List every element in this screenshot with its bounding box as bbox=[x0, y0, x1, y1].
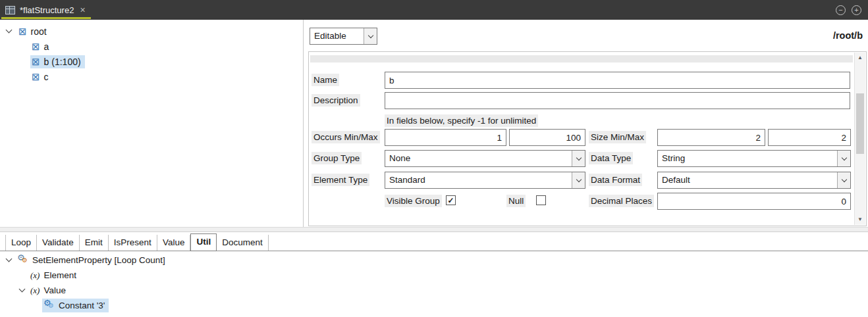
group-type-label: Group Type bbox=[312, 152, 362, 164]
chevron-down-icon[interactable] bbox=[6, 256, 13, 262]
chevron-down-icon[interactable] bbox=[6, 27, 13, 34]
tree-item-label: Element bbox=[43, 270, 76, 280]
tab-util[interactable]: Util bbox=[190, 233, 217, 252]
structure-tree-panel: ⊠ root ⊠ a ⊠ b (1:100) ⊠ c bbox=[0, 20, 304, 227]
tree-item-b[interactable]: ⊠ b (1:100) bbox=[0, 54, 303, 69]
size-minmax-label: Size Min/Max bbox=[589, 131, 646, 143]
titlebar: *flatStructure2 × − + bbox=[0, 0, 868, 20]
tree-item-label: root bbox=[31, 26, 47, 37]
tab-label: *flatStructure2 bbox=[20, 5, 74, 15]
element-icon: ⊠ bbox=[18, 26, 27, 36]
description-input[interactable] bbox=[385, 92, 850, 109]
bottom-tab-bar: Loop Validate Emit IsPresent Value Util … bbox=[0, 232, 868, 251]
bottom-panel: Loop Validate Emit IsPresent Value Util … bbox=[0, 232, 868, 317]
name-label: Name bbox=[312, 74, 339, 86]
tab-loop[interactable]: Loop bbox=[5, 235, 37, 251]
horizontal-splitter[interactable] bbox=[0, 227, 868, 232]
visible-group-checkbox[interactable]: ✓ bbox=[446, 195, 456, 205]
decimal-places-input[interactable] bbox=[657, 193, 851, 210]
tree-item-label: b (1:100) bbox=[44, 57, 81, 67]
gear-icon: ⚙ bbox=[22, 257, 28, 264]
properties-panel: Editable /root/b Name Description In fie… bbox=[304, 20, 868, 227]
collapsed-section-bar bbox=[310, 55, 853, 62]
tree-item-content[interactable]: ⊠ root bbox=[17, 25, 51, 38]
tree-item-root[interactable]: ⊠ root bbox=[0, 24, 303, 39]
tree-item-label: a bbox=[44, 41, 49, 52]
mode-select[interactable]: Editable bbox=[310, 28, 377, 45]
app-window: *flatStructure2 × − + ⊠ root ⊠ a bbox=[0, 0, 868, 317]
dropdown-arrow-button[interactable] bbox=[572, 172, 585, 188]
scrollbar-thumb[interactable] bbox=[856, 93, 864, 154]
size-max-input[interactable] bbox=[768, 129, 851, 146]
gear-icon: ⚙ bbox=[48, 303, 54, 309]
expression-icon: (x) bbox=[30, 270, 40, 281]
scroll-up-icon[interactable]: ▲ bbox=[855, 53, 865, 63]
element-icon: ⊠ bbox=[32, 57, 40, 66]
data-type-select[interactable]: String bbox=[657, 150, 851, 167]
null-label: Null bbox=[506, 195, 526, 207]
null-checkbox[interactable] bbox=[536, 195, 546, 205]
vertical-scrollbar[interactable]: ▲ ▼ bbox=[854, 53, 865, 225]
scroll-down-icon[interactable]: ▼ bbox=[855, 214, 865, 225]
active-tab-underline bbox=[1, 17, 91, 19]
view-controls: − + bbox=[836, 5, 868, 15]
group-type-value: None bbox=[385, 151, 572, 166]
element-type-select[interactable]: Standard bbox=[385, 172, 585, 189]
tree-item-a[interactable]: ⊠ a bbox=[0, 39, 303, 54]
check-icon: ✓ bbox=[447, 197, 454, 205]
dropdown-arrow-button[interactable] bbox=[572, 151, 585, 166]
close-tab-icon[interactable]: × bbox=[80, 5, 85, 14]
tab-emit[interactable]: Emit bbox=[80, 235, 109, 251]
size-min-input[interactable] bbox=[657, 129, 765, 146]
tree-item-c[interactable]: ⊠ c bbox=[0, 69, 303, 84]
tree-item-element[interactable]: (x) Element bbox=[0, 268, 868, 283]
tab-value[interactable]: Value bbox=[157, 235, 191, 251]
data-format-label: Data Format bbox=[589, 174, 642, 186]
data-format-select[interactable]: Default bbox=[657, 172, 851, 189]
minimize-view-icon[interactable]: − bbox=[836, 5, 846, 15]
main-area: ⊠ root ⊠ a ⊠ b (1:100) ⊠ c bbox=[0, 20, 868, 227]
chevron-down-icon bbox=[367, 32, 373, 37]
expression-icon: (x) bbox=[30, 285, 40, 296]
tree-item-content[interactable]: ⊠ c bbox=[30, 70, 53, 84]
util-tree: ⚙ ⚙ SetElementProperty [Loop Count] (x) … bbox=[0, 251, 868, 313]
data-type-value: String bbox=[658, 151, 837, 166]
tab-document[interactable]: Document bbox=[217, 235, 269, 251]
properties-form: Name Description In fields below, specif… bbox=[308, 51, 867, 226]
group-type-select[interactable]: None bbox=[385, 150, 585, 167]
tree-item-value[interactable]: (x) Value bbox=[0, 283, 868, 298]
tree-item-content[interactable]: ⊠ a bbox=[30, 40, 53, 53]
tree-item-content-selected[interactable]: ⚙ ⚙ Constant '3' bbox=[42, 299, 109, 312]
mode-select-value: Editable bbox=[310, 28, 364, 44]
tree-item-setelementproperty[interactable]: ⚙ ⚙ SetElementProperty [Loop Count] bbox=[0, 253, 868, 268]
tree-item-label: Value bbox=[43, 285, 66, 295]
element-icon: ⊠ bbox=[32, 41, 40, 51]
function-gears-icon: ⚙ ⚙ bbox=[17, 255, 29, 266]
dropdown-arrow-button[interactable] bbox=[837, 151, 850, 166]
unlimited-info-text: In fields below, specify -1 for unlimite… bbox=[385, 114, 538, 127]
chevron-down-icon bbox=[576, 176, 581, 182]
decimal-places-label: Decimal Places bbox=[589, 195, 654, 207]
editor-tab[interactable]: *flatStructure2 × bbox=[0, 0, 94, 20]
tree-item-label: c bbox=[44, 72, 49, 82]
dropdown-arrow-button[interactable] bbox=[364, 28, 377, 44]
occurs-max-input[interactable] bbox=[509, 129, 585, 146]
maximize-view-icon[interactable]: + bbox=[852, 5, 861, 15]
occurs-min-input[interactable] bbox=[385, 129, 506, 146]
tab-validate[interactable]: Validate bbox=[37, 235, 80, 251]
description-label: Description bbox=[312, 94, 360, 107]
chevron-down-icon bbox=[841, 155, 846, 160]
tree-item-content-selected[interactable]: ⊠ b (1:100) bbox=[30, 55, 85, 68]
tree-item-constant[interactable]: ⚙ ⚙ Constant '3' bbox=[0, 298, 868, 313]
occurs-minmax-label: Occurs Min/Max bbox=[312, 131, 380, 143]
name-input[interactable] bbox=[385, 72, 850, 89]
tab-ispresent[interactable]: IsPresent bbox=[109, 235, 157, 251]
element-type-label: Element Type bbox=[312, 174, 369, 186]
dropdown-arrow-button[interactable] bbox=[837, 172, 850, 188]
chevron-down-icon bbox=[576, 155, 581, 160]
data-format-value: Default bbox=[658, 172, 837, 188]
element-type-value: Standard bbox=[385, 172, 572, 188]
chevron-down-icon bbox=[841, 176, 846, 182]
chevron-down-icon[interactable] bbox=[19, 286, 26, 293]
visible-group-label: Visible Group bbox=[385, 195, 442, 207]
